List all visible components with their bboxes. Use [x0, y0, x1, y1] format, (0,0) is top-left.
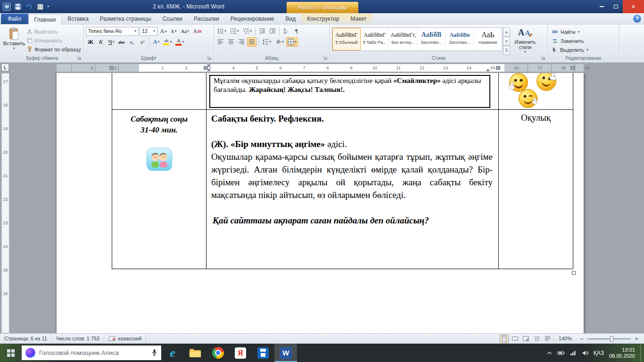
zoom-level[interactable]: 140% [554, 335, 576, 342]
table-cell-resources[interactable]: Оқулық [499, 110, 573, 269]
change-case-button[interactable]: Аа▾ [179, 26, 190, 36]
text-effects-button[interactable]: А▾ [151, 37, 161, 47]
taskbar-search[interactable]: Голосовой помощник Алиса [22, 346, 161, 360]
tab-table-design[interactable]: Конструктор [301, 14, 345, 24]
grow-font-button[interactable]: А▴ [158, 26, 168, 36]
style-normal[interactable]: АаБбВвГ¶ Обычный [332, 28, 361, 50]
method-line[interactable]: (Ж). «Бір минуттық әңгіме» әдісі. [211, 138, 493, 150]
assessment-text-box[interactable]: Мұғалім оқушыларды сабаққа қатысу белсен… [209, 75, 490, 108]
styles-scroll-up-button[interactable]: ▴ [503, 27, 510, 37]
replace-button[interactable]: Заменить [550, 37, 590, 45]
shading-button[interactable]: ▾ [273, 37, 285, 47]
zoom-out-button[interactable]: − [578, 336, 586, 342]
battery-icon[interactable] [557, 351, 565, 355]
close-button[interactable]: × [623, 0, 644, 13]
volume-icon[interactable] [582, 350, 588, 356]
tab-table-layout[interactable]: Макет [345, 14, 372, 24]
styles-dialog-launcher[interactable] [541, 55, 545, 61]
first-line-indent-marker[interactable] [207, 65, 211, 67]
styles-more-button[interactable]: ▾ [503, 46, 510, 55]
taskbar-clock[interactable]: 13:01 08.05.2020 [609, 347, 635, 359]
style-no-spacing[interactable]: АаБбВвГг,Без интер... [389, 28, 417, 50]
table-cell-main[interactable]: Сабақты бекіту. Рефлексия. (Ж). «Бір мин… [206, 110, 499, 269]
table-cell-smileys[interactable] [499, 73, 573, 109]
hanging-indent-marker[interactable] [207, 69, 211, 71]
zoom-slider-thumb[interactable] [610, 336, 613, 342]
paste-dropdown-icon[interactable]: ▾ [13, 47, 15, 50]
paste-button[interactable]: Вставить ▾ [3, 26, 25, 55]
tab-selector[interactable]: L [1, 64, 9, 71]
table-cell-stage-prev[interactable] [112, 73, 206, 109]
tab-page-layout[interactable]: Разметка страницы [94, 14, 157, 24]
tab-mailings[interactable]: Рассылки [188, 14, 225, 24]
word-app-icon[interactable]: W [3, 3, 11, 11]
align-left-button[interactable] [216, 37, 225, 47]
increase-indent-button[interactable] [268, 26, 277, 36]
select-button[interactable]: Выделить ▾ [550, 46, 590, 54]
fullscreen-reading-view-button[interactable] [511, 335, 520, 343]
highlight-button[interactable]: ab▾ [162, 37, 173, 47]
paragraph-dialog-launcher[interactable] [323, 55, 328, 61]
lesson-plan-table[interactable]: Мұғалім оқушыларды сабаққа қатысу белсен… [112, 73, 573, 269]
taskbar-app-word[interactable]: W [274, 344, 297, 362]
outline-view-button[interactable] [532, 335, 541, 343]
zoom-slider[interactable] [587, 338, 631, 339]
bold-button[interactable]: Ж [86, 37, 95, 47]
multilevel-list-button[interactable]: ▾ [241, 26, 253, 36]
find-button[interactable]: Найти ▾ [550, 28, 590, 36]
tab-insert[interactable]: Вставка [62, 14, 94, 24]
shrink-font-button[interactable]: А▾ [169, 26, 178, 36]
style-heading1[interactable]: АаБбВЗаголово... [417, 28, 446, 50]
taskbar-app-yandex-browser[interactable]: Я [229, 344, 252, 362]
align-right-button[interactable] [237, 37, 246, 47]
show-marks-button[interactable]: ¶ [292, 26, 301, 36]
vertical-ruler[interactable]: 17181920212223242526 [1, 73, 9, 333]
italic-button[interactable]: К [96, 37, 106, 47]
superscript-button[interactable]: х² [138, 37, 147, 47]
justify-button[interactable] [247, 37, 256, 47]
font-dialog-launcher[interactable] [207, 55, 212, 61]
right-indent-marker[interactable] [486, 69, 490, 71]
web-layout-view-button[interactable] [521, 335, 530, 343]
tab-review[interactable]: Рецензирование [225, 14, 280, 24]
sort-button[interactable]: АЯ↓ [281, 26, 291, 36]
font-color-button[interactable]: А▾ [174, 37, 185, 47]
styles-scroll-down-button[interactable]: ▾ [503, 37, 510, 46]
save-icon[interactable] [13, 2, 22, 11]
format-painter-button[interactable]: Формат по образцу [25, 45, 83, 54]
taskbar-app-file-explorer[interactable] [184, 344, 206, 362]
lesson-body-paragraph[interactable]: Оқушылар қарама-қарсы сызық бойымен қата… [211, 150, 493, 201]
change-styles-button[interactable]: АА Изменить стили ▾ [510, 26, 540, 55]
lesson-heading[interactable]: Сабақты бекіту. Рефлексия. [211, 112, 493, 125]
stage-minutes[interactable]: 31-40 мин. [112, 124, 206, 135]
borders-button[interactable]: ▾ [286, 37, 298, 47]
table-cell-assessment[interactable]: Мұғалім оқушыларды сабаққа қатысу белсен… [206, 73, 499, 109]
tab-references[interactable]: Ссылки [157, 14, 188, 24]
taskbar-app-chrome[interactable] [206, 344, 229, 362]
input-language-indicator[interactable]: ҚАЗ [594, 350, 604, 356]
align-center-button[interactable] [226, 37, 236, 47]
microphone-icon[interactable] [151, 349, 157, 357]
table-resize-handle[interactable] [572, 271, 576, 275]
resource-label[interactable]: Оқулық [499, 110, 573, 123]
table-column-marker[interactable] [570, 66, 575, 70]
font-name-combo[interactable]: Times New Ro ▾ [86, 27, 139, 36]
stage-title[interactable]: Сабақтың соңы [112, 114, 206, 124]
zoom-in-button[interactable]: + [633, 336, 640, 342]
style-heading2[interactable]: АаБбВвЗаголово... [446, 28, 474, 50]
taskbar-app-internet-explorer[interactable]: e [161, 344, 184, 362]
table-grid-icon[interactable] [36, 2, 45, 11]
underline-button[interactable]: Ч▾ [107, 37, 116, 47]
start-button[interactable] [0, 344, 22, 362]
draft-view-button[interactable] [543, 335, 552, 343]
strikethrough-button[interactable]: abe [117, 37, 126, 47]
help-button[interactable]: ? [633, 15, 641, 23]
customize-quick-access-icon[interactable]: ▾ [47, 5, 49, 8]
font-size-combo[interactable]: 12 ▾ [140, 27, 157, 36]
word-count[interactable]: Число слов: 1 753 [52, 335, 104, 342]
reflection-question[interactable]: Қай сайттағы ақпарат саған пайдалы деп о… [211, 214, 493, 227]
subscript-button[interactable]: х₂ [127, 37, 137, 47]
maximize-button[interactable] [609, 0, 623, 13]
bullets-button[interactable]: ▾ [216, 26, 228, 36]
numbering-button[interactable]: ▾ [229, 26, 240, 36]
